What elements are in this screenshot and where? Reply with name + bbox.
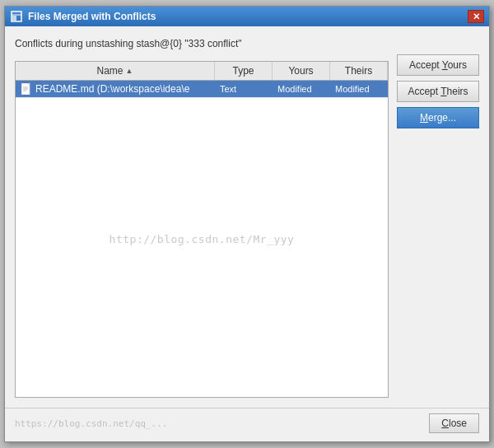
cell-theirs: Modified <box>330 81 388 97</box>
right-panel: Accept Yours Accept Theirs Merge... <box>397 36 479 398</box>
accept-yours-button[interactable]: Accept Yours <box>397 54 479 76</box>
merge-underline: M <box>420 112 428 124</box>
accept-theirs-button[interactable]: Accept Theirs <box>397 81 479 102</box>
watermark-text: http://blog.csdn.net/Mr_yyy <box>110 233 295 245</box>
file-name: README.md (D:\workspace\idea\e <box>35 83 189 95</box>
cell-yours: Modified <box>273 81 330 97</box>
close-underline: C <box>441 418 449 429</box>
header-yours[interactable]: Yours <box>273 62 330 80</box>
window-close-button[interactable]: ✕ <box>468 10 484 23</box>
footer: https://blog.csdn.net/qq_... Close <box>5 408 489 441</box>
close-button[interactable]: Close <box>429 413 479 433</box>
left-panel: Conflicts during unstashing stash@{0} "3… <box>15 36 389 398</box>
header-name-label: Name <box>97 65 124 77</box>
conflict-message: Conflicts during unstashing stash@{0} "3… <box>15 36 389 54</box>
window-title: Files Merged with Conflicts <box>28 11 468 22</box>
merge-button[interactable]: Merge... <box>397 107 479 128</box>
header-name[interactable]: Name ▲ <box>16 62 215 80</box>
main-window: Files Merged with Conflicts ✕ Conflicts … <box>4 6 490 442</box>
header-yours-label: Yours <box>288 65 313 77</box>
table-header: Name ▲ Type Yours Theirs <box>16 62 388 81</box>
footer-watermark: https://blog.csdn.net/qq_... <box>15 413 424 433</box>
files-table: Name ▲ Type Yours Theirs <box>15 61 389 398</box>
header-type-label: Type <box>232 65 254 77</box>
cell-type: Text <box>215 81 273 97</box>
accept-theirs-underline: T <box>440 86 446 97</box>
sort-arrow-icon: ▲ <box>126 67 133 75</box>
table-body: README.md (D:\workspace\idea\e Text Modi… <box>16 81 388 397</box>
header-type[interactable]: Type <box>215 62 273 80</box>
table-row[interactable]: README.md (D:\workspace\idea\e Text Modi… <box>16 81 388 98</box>
accept-yours-underline: Y <box>442 59 448 71</box>
header-theirs-label: Theirs <box>345 65 372 77</box>
file-icon <box>21 83 32 95</box>
header-theirs[interactable]: Theirs <box>330 62 388 80</box>
content-area: Conflicts during unstashing stash@{0} "3… <box>5 26 489 408</box>
cell-name: README.md (D:\workspace\idea\e <box>16 81 215 97</box>
title-bar: Files Merged with Conflicts ✕ <box>5 7 489 26</box>
window-icon <box>10 10 23 23</box>
svg-rect-2 <box>12 16 16 21</box>
